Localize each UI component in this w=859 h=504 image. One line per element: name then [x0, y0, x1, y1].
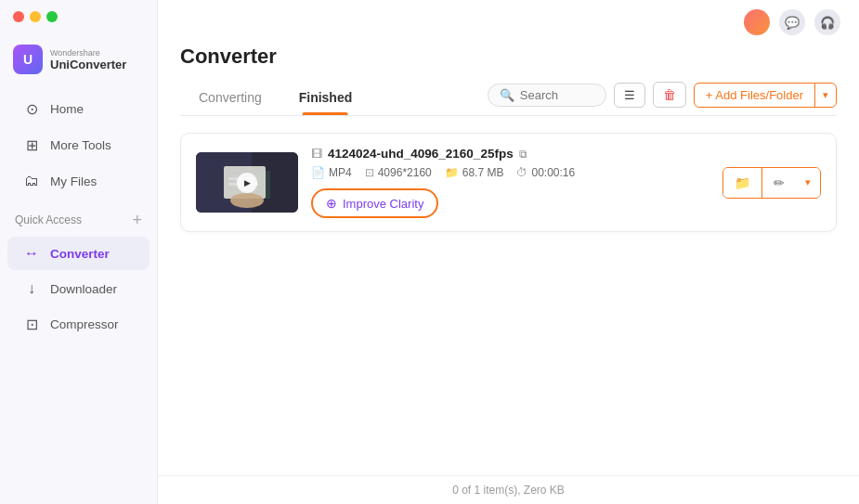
sidebar-item-label-more-tools: More Tools [50, 138, 111, 152]
main-content: Converter Converting Finished 🔍 ☰ [158, 35, 859, 475]
tabs-bar: Converting Finished 🔍 ☰ 🗑 [180, 82, 837, 116]
sidebar-item-home[interactable]: ⊙ Home [7, 92, 150, 126]
file-size: 68.7 MB [462, 166, 504, 179]
sidebar-item-label-converter: Converter [50, 247, 110, 261]
tab-converting[interactable]: Converting [180, 83, 280, 114]
my-files-icon: 🗂 [22, 173, 41, 189]
action-button-group: 📁 ✏ ▾ [722, 167, 821, 199]
sidebar-item-label-downloader: Downloader [50, 282, 117, 296]
sidebar-item-more-tools[interactable]: ⊞ More Tools [7, 128, 150, 162]
sidebar-item-compressor[interactable]: ⊡ Compressor [7, 307, 150, 342]
headphone-icon[interactable]: 🎧 [814, 9, 840, 35]
format-meta: 📄 MP4 [311, 166, 352, 179]
file-duration: 00:00:16 [531, 166, 575, 179]
improve-clarity-icon: ⊕ [326, 196, 337, 211]
tab-finished[interactable]: Finished [280, 83, 371, 114]
quick-access-header: Quick Access + [0, 202, 157, 232]
open-folder-button[interactable]: 📁 [723, 168, 761, 198]
list-icon: ☰ [624, 88, 635, 102]
delete-button[interactable]: 🗑 [653, 82, 686, 108]
file-actions: 📁 ✏ ▾ [722, 167, 821, 199]
tabs-left: Converting Finished [180, 83, 371, 114]
user-avatar[interactable] [744, 9, 770, 35]
logo-text: Wondershare UniConverter [50, 48, 126, 71]
add-files-chevron[interactable]: ▾ [815, 84, 836, 106]
file-meta: 📄 MP4 ⊡ 4096*2160 📁 68.7 MB ⏱ 00:00:16 [311, 166, 709, 179]
file-format: MP4 [329, 166, 352, 179]
sidebar: U Wondershare UniConverter ⊙ Home ⊞ More… [0, 0, 158, 504]
sidebar-item-downloader[interactable]: ↓ Downloader [7, 272, 150, 305]
compressor-icon: ⊡ [22, 316, 41, 333]
downloader-icon: ↓ [22, 280, 41, 297]
close-button[interactable] [13, 11, 24, 22]
file-name: 4124024-uhd_4096_2160_25fps [328, 147, 514, 161]
more-tools-icon: ⊞ [22, 136, 41, 154]
video-file-icon: 🎞 [311, 148, 322, 161]
sidebar-item-my-files[interactable]: 🗂 My Files [7, 164, 150, 198]
sidebar-item-label-compressor: Compressor [50, 317, 119, 331]
add-files-main[interactable]: + Add Files/Folder [695, 84, 815, 107]
home-icon: ⊙ [22, 100, 41, 118]
svg-point-7 [230, 193, 264, 208]
logo-icon: U [13, 45, 43, 74]
play-button-overlay[interactable]: ▶ [237, 173, 257, 193]
search-icon: 🔍 [500, 88, 514, 102]
tabs-right: 🔍 ☰ 🗑 + Add Files/Folder ▾ [488, 82, 837, 115]
size-meta: 📁 68.7 MB [445, 166, 504, 179]
size-icon: 📁 [445, 166, 459, 179]
chevron-down-icon: ▾ [823, 89, 828, 100]
resolution-meta: ⊡ 4096*2160 [365, 166, 432, 179]
sidebar-item-converter[interactable]: ↔ Converter [7, 237, 150, 270]
resolution-icon: ⊡ [365, 166, 374, 179]
sidebar-nav: ⊙ Home ⊞ More Tools 🗂 My Files [0, 87, 157, 202]
file-resolution: 4096*2160 [378, 166, 432, 179]
add-files-button[interactable]: + Add Files/Folder ▾ [694, 83, 837, 108]
sidebar-item-label-home: Home [50, 102, 84, 116]
external-link-icon[interactable]: ⧉ [519, 148, 527, 161]
quick-access-nav: ↔ Converter ↓ Downloader ⊡ Compressor [0, 232, 157, 346]
message-icon[interactable]: 💬 [779, 9, 805, 35]
logo-brand: Wondershare [50, 48, 126, 58]
quick-access-add-button[interactable]: + [132, 212, 142, 228]
delete-icon: 🗑 [663, 87, 676, 102]
logo-name: UniConverter [50, 58, 126, 71]
app-logo: U Wondershare UniConverter [0, 30, 157, 87]
improve-clarity-button[interactable]: ⊕ Improve Clarity [311, 188, 438, 218]
improve-clarity-label: Improve Clarity [343, 197, 423, 211]
main-panel: 💬 🎧 Converter Converting Finished 🔍 ☰ [158, 0, 859, 504]
action-chevron-button[interactable]: ▾ [796, 168, 820, 198]
file-info: 🎞 4124024-uhd_4096_2160_25fps ⧉ 📄 MP4 ⊡ … [311, 147, 709, 218]
format-icon: 📄 [311, 166, 325, 179]
edit-button[interactable]: ✏ [762, 168, 796, 198]
list-view-button[interactable]: ☰ [614, 83, 645, 108]
duration-icon: ⏱ [516, 166, 527, 179]
duration-meta: ⏱ 00:00:16 [516, 166, 575, 179]
sidebar-item-label-my-files: My Files [50, 174, 97, 188]
status-bar: 0 of 1 item(s), Zero KB [158, 475, 859, 504]
traffic-lights [0, 0, 157, 30]
file-card: ▶ 🎞 4124024-uhd_4096_2160_25fps ⧉ 📄 MP4 … [180, 133, 837, 232]
status-text: 0 of 1 item(s), Zero KB [452, 484, 565, 497]
add-files-label: + Add Files/Folder [706, 88, 803, 102]
converter-icon: ↔ [22, 245, 41, 262]
maximize-button[interactable] [46, 11, 58, 22]
quick-access-label: Quick Access [15, 213, 82, 226]
file-thumbnail: ▶ [196, 152, 298, 213]
search-input[interactable] [520, 88, 594, 102]
file-name-row: 🎞 4124024-uhd_4096_2160_25fps ⧉ [311, 147, 709, 161]
main-header-bar: 💬 🎧 [158, 0, 859, 35]
search-bar[interactable]: 🔍 [488, 84, 606, 107]
minimize-button[interactable] [30, 11, 41, 22]
page-title: Converter [180, 45, 837, 69]
